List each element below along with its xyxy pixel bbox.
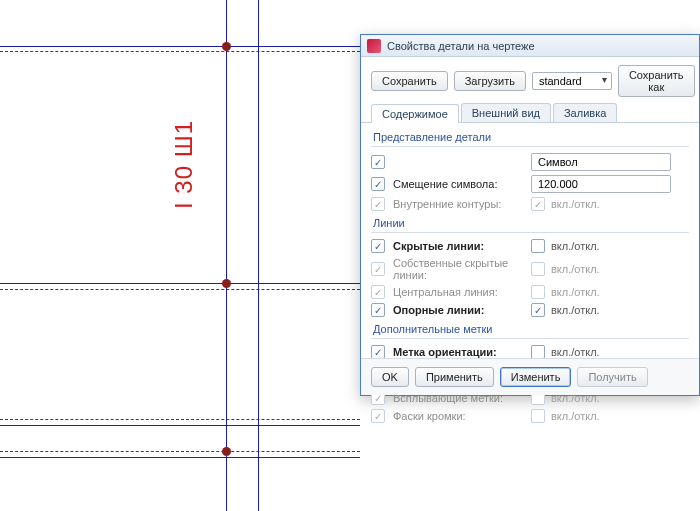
inner-checkbox: ✓ — [371, 197, 385, 211]
ref-label: Опорные линии: — [393, 304, 523, 316]
app-icon — [367, 39, 381, 53]
apply-button[interactable]: Применить — [415, 367, 494, 387]
ok-button[interactable]: OK — [371, 367, 409, 387]
orient-label: Метка ориентации: — [393, 346, 523, 358]
inner-toggle-label: вкл./откл. — [551, 198, 600, 210]
ref-toggle-label: вкл./откл. — [551, 304, 600, 316]
save-button[interactable]: Сохранить — [371, 71, 448, 91]
center-toggle-label: вкл./откл. — [551, 286, 600, 298]
get-button[interactable]: Получить — [577, 367, 647, 387]
save-as-button[interactable]: Сохранить как — [618, 65, 695, 97]
symbol-input[interactable]: Символ — [531, 153, 671, 171]
chamfer-toggle-label: вкл./откл. — [551, 410, 600, 422]
orient-checkbox[interactable]: ✓ — [371, 345, 385, 359]
ref-toggle-checkbox[interactable]: ✓ — [531, 303, 545, 317]
hidden-toggle-checkbox[interactable] — [531, 239, 545, 253]
hidden-label: Скрытые линии: — [393, 240, 523, 252]
ref-checkbox[interactable]: ✓ — [371, 303, 385, 317]
center-checkbox: ✓ — [371, 285, 385, 299]
own-hidden-toggle-checkbox — [531, 262, 545, 276]
offset-checkbox[interactable]: ✓ — [371, 177, 385, 191]
tab-bar: Содержимое Внешний вид Заливка — [361, 103, 699, 123]
inner-label: Внутренние контуры: — [393, 198, 523, 210]
offset-input[interactable]: 120.000 — [531, 175, 671, 193]
symbol-checkbox[interactable]: ✓ — [371, 155, 385, 169]
tab-fill[interactable]: Заливка — [553, 103, 617, 122]
chamfer-checkbox: ✓ — [371, 409, 385, 423]
inner-toggle-checkbox: ✓ — [531, 197, 545, 211]
own-hidden-label: Собственные скрытые линии: — [393, 257, 523, 281]
dialog-title: Свойства детали на чертеже — [387, 40, 535, 52]
tab-appearance[interactable]: Внешний вид — [461, 103, 551, 122]
preset-combo[interactable]: standard — [532, 72, 612, 90]
orient-toggle-label: вкл./откл. — [551, 346, 600, 358]
part-properties-dialog: Свойства детали на чертеже Сохранить Заг… — [360, 34, 700, 396]
dimension-label: I 30 Ш1 — [170, 120, 198, 209]
own-hidden-checkbox: ✓ — [371, 262, 385, 276]
offset-label: Смещение символа: — [393, 178, 523, 190]
chamfer-toggle-checkbox — [531, 409, 545, 423]
center-label: Центральная линия: — [393, 286, 523, 298]
titlebar[interactable]: Свойства детали на чертеже — [361, 35, 699, 57]
group-extra: Дополнительные метки — [373, 323, 689, 335]
own-hidden-toggle-label: вкл./откл. — [551, 263, 600, 275]
load-button[interactable]: Загрузить — [454, 71, 526, 91]
chamfer-label: Фаски кромки: — [393, 410, 523, 422]
hidden-toggle-label: вкл./откл. — [551, 240, 600, 252]
center-toggle-checkbox — [531, 285, 545, 299]
tab-content[interactable]: Содержимое — [371, 104, 459, 123]
button-bar: OK Применить Изменить Получить — [361, 358, 699, 395]
orient-toggle-checkbox[interactable] — [531, 345, 545, 359]
group-lines: Линии — [373, 217, 689, 229]
group-representation: Представление детали — [373, 131, 689, 143]
hidden-checkbox[interactable]: ✓ — [371, 239, 385, 253]
toolbar: Сохранить Загрузить standard Сохранить к… — [361, 57, 699, 103]
edit-button[interactable]: Изменить — [500, 367, 572, 387]
